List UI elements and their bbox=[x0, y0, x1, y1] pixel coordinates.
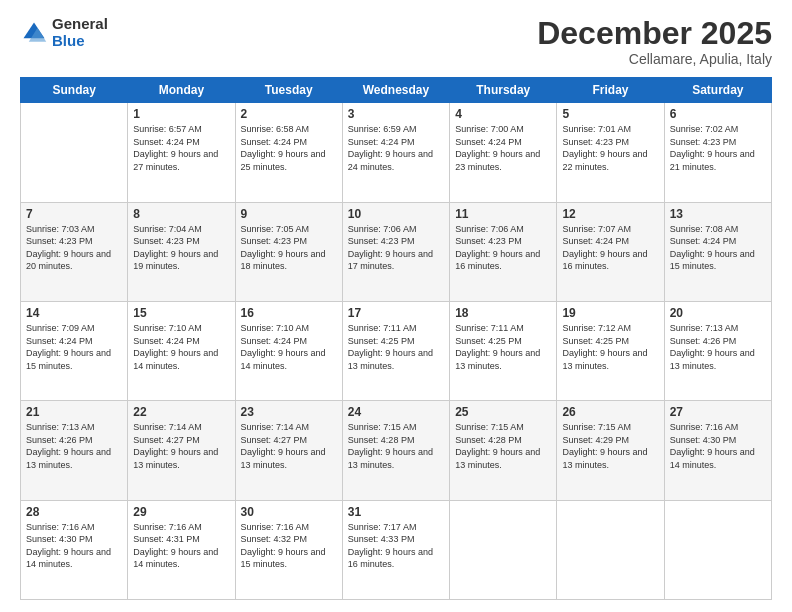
col-wednesday: Wednesday bbox=[342, 78, 449, 103]
day-info: Sunrise: 7:06 AMSunset: 4:23 PMDaylight:… bbox=[348, 223, 444, 273]
day-number: 5 bbox=[562, 107, 658, 121]
calendar-cell: 31Sunrise: 7:17 AMSunset: 4:33 PMDayligh… bbox=[342, 500, 449, 599]
day-number: 22 bbox=[133, 405, 229, 419]
day-number: 24 bbox=[348, 405, 444, 419]
calendar-cell bbox=[557, 500, 664, 599]
day-info: Sunrise: 7:15 AMSunset: 4:28 PMDaylight:… bbox=[455, 421, 551, 471]
calendar-cell: 25Sunrise: 7:15 AMSunset: 4:28 PMDayligh… bbox=[450, 401, 557, 500]
calendar-cell: 19Sunrise: 7:12 AMSunset: 4:25 PMDayligh… bbox=[557, 301, 664, 400]
logo: General Blue bbox=[20, 16, 108, 49]
calendar-week-1: 1Sunrise: 6:57 AMSunset: 4:24 PMDaylight… bbox=[21, 103, 772, 202]
day-number: 27 bbox=[670, 405, 766, 419]
calendar-week-2: 7Sunrise: 7:03 AMSunset: 4:23 PMDaylight… bbox=[21, 202, 772, 301]
day-info: Sunrise: 6:59 AMSunset: 4:24 PMDaylight:… bbox=[348, 123, 444, 173]
calendar-cell: 18Sunrise: 7:11 AMSunset: 4:25 PMDayligh… bbox=[450, 301, 557, 400]
col-thursday: Thursday bbox=[450, 78, 557, 103]
day-info: Sunrise: 7:14 AMSunset: 4:27 PMDaylight:… bbox=[241, 421, 337, 471]
logo-blue: Blue bbox=[52, 33, 108, 50]
day-number: 8 bbox=[133, 207, 229, 221]
calendar-cell: 28Sunrise: 7:16 AMSunset: 4:30 PMDayligh… bbox=[21, 500, 128, 599]
day-number: 4 bbox=[455, 107, 551, 121]
month-title: December 2025 bbox=[537, 16, 772, 51]
day-number: 10 bbox=[348, 207, 444, 221]
calendar-week-3: 14Sunrise: 7:09 AMSunset: 4:24 PMDayligh… bbox=[21, 301, 772, 400]
calendar-cell: 2Sunrise: 6:58 AMSunset: 4:24 PMDaylight… bbox=[235, 103, 342, 202]
col-friday: Friday bbox=[557, 78, 664, 103]
col-saturday: Saturday bbox=[664, 78, 771, 103]
calendar-cell: 16Sunrise: 7:10 AMSunset: 4:24 PMDayligh… bbox=[235, 301, 342, 400]
day-number: 21 bbox=[26, 405, 122, 419]
day-info: Sunrise: 7:10 AMSunset: 4:24 PMDaylight:… bbox=[133, 322, 229, 372]
calendar-cell bbox=[664, 500, 771, 599]
calendar-cell: 12Sunrise: 7:07 AMSunset: 4:24 PMDayligh… bbox=[557, 202, 664, 301]
day-info: Sunrise: 7:16 AMSunset: 4:30 PMDaylight:… bbox=[26, 521, 122, 571]
col-tuesday: Tuesday bbox=[235, 78, 342, 103]
day-number: 14 bbox=[26, 306, 122, 320]
day-info: Sunrise: 7:16 AMSunset: 4:32 PMDaylight:… bbox=[241, 521, 337, 571]
calendar-cell: 1Sunrise: 6:57 AMSunset: 4:24 PMDaylight… bbox=[128, 103, 235, 202]
day-info: Sunrise: 7:14 AMSunset: 4:27 PMDaylight:… bbox=[133, 421, 229, 471]
day-number: 3 bbox=[348, 107, 444, 121]
day-number: 1 bbox=[133, 107, 229, 121]
calendar-cell bbox=[21, 103, 128, 202]
calendar-cell: 17Sunrise: 7:11 AMSunset: 4:25 PMDayligh… bbox=[342, 301, 449, 400]
day-number: 19 bbox=[562, 306, 658, 320]
logo-general: General bbox=[52, 16, 108, 33]
calendar-cell: 13Sunrise: 7:08 AMSunset: 4:24 PMDayligh… bbox=[664, 202, 771, 301]
calendar-cell: 8Sunrise: 7:04 AMSunset: 4:23 PMDaylight… bbox=[128, 202, 235, 301]
calendar-cell: 24Sunrise: 7:15 AMSunset: 4:28 PMDayligh… bbox=[342, 401, 449, 500]
day-info: Sunrise: 7:13 AMSunset: 4:26 PMDaylight:… bbox=[670, 322, 766, 372]
calendar-cell: 7Sunrise: 7:03 AMSunset: 4:23 PMDaylight… bbox=[21, 202, 128, 301]
day-number: 30 bbox=[241, 505, 337, 519]
calendar-cell: 10Sunrise: 7:06 AMSunset: 4:23 PMDayligh… bbox=[342, 202, 449, 301]
calendar-cell: 27Sunrise: 7:16 AMSunset: 4:30 PMDayligh… bbox=[664, 401, 771, 500]
day-info: Sunrise: 6:57 AMSunset: 4:24 PMDaylight:… bbox=[133, 123, 229, 173]
day-number: 28 bbox=[26, 505, 122, 519]
day-number: 12 bbox=[562, 207, 658, 221]
calendar-header-row: Sunday Monday Tuesday Wednesday Thursday… bbox=[21, 78, 772, 103]
day-info: Sunrise: 7:07 AMSunset: 4:24 PMDaylight:… bbox=[562, 223, 658, 273]
day-number: 25 bbox=[455, 405, 551, 419]
calendar-cell: 21Sunrise: 7:13 AMSunset: 4:26 PMDayligh… bbox=[21, 401, 128, 500]
calendar-cell bbox=[450, 500, 557, 599]
col-sunday: Sunday bbox=[21, 78, 128, 103]
day-info: Sunrise: 7:05 AMSunset: 4:23 PMDaylight:… bbox=[241, 223, 337, 273]
day-info: Sunrise: 7:10 AMSunset: 4:24 PMDaylight:… bbox=[241, 322, 337, 372]
day-number: 17 bbox=[348, 306, 444, 320]
day-number: 7 bbox=[26, 207, 122, 221]
calendar-cell: 14Sunrise: 7:09 AMSunset: 4:24 PMDayligh… bbox=[21, 301, 128, 400]
day-number: 20 bbox=[670, 306, 766, 320]
page: General Blue December 2025 Cellamare, Ap… bbox=[0, 0, 792, 612]
day-info: Sunrise: 7:11 AMSunset: 4:25 PMDaylight:… bbox=[455, 322, 551, 372]
calendar-cell: 26Sunrise: 7:15 AMSunset: 4:29 PMDayligh… bbox=[557, 401, 664, 500]
calendar-cell: 22Sunrise: 7:14 AMSunset: 4:27 PMDayligh… bbox=[128, 401, 235, 500]
day-number: 6 bbox=[670, 107, 766, 121]
calendar-cell: 4Sunrise: 7:00 AMSunset: 4:24 PMDaylight… bbox=[450, 103, 557, 202]
day-info: Sunrise: 7:03 AMSunset: 4:23 PMDaylight:… bbox=[26, 223, 122, 273]
day-number: 9 bbox=[241, 207, 337, 221]
day-info: Sunrise: 6:58 AMSunset: 4:24 PMDaylight:… bbox=[241, 123, 337, 173]
calendar-cell: 30Sunrise: 7:16 AMSunset: 4:32 PMDayligh… bbox=[235, 500, 342, 599]
col-monday: Monday bbox=[128, 78, 235, 103]
calendar-cell: 29Sunrise: 7:16 AMSunset: 4:31 PMDayligh… bbox=[128, 500, 235, 599]
title-block: December 2025 Cellamare, Apulia, Italy bbox=[537, 16, 772, 67]
day-number: 11 bbox=[455, 207, 551, 221]
calendar-cell: 5Sunrise: 7:01 AMSunset: 4:23 PMDaylight… bbox=[557, 103, 664, 202]
calendar-cell: 11Sunrise: 7:06 AMSunset: 4:23 PMDayligh… bbox=[450, 202, 557, 301]
calendar-cell: 20Sunrise: 7:13 AMSunset: 4:26 PMDayligh… bbox=[664, 301, 771, 400]
day-number: 26 bbox=[562, 405, 658, 419]
day-number: 29 bbox=[133, 505, 229, 519]
calendar-cell: 23Sunrise: 7:14 AMSunset: 4:27 PMDayligh… bbox=[235, 401, 342, 500]
calendar-cell: 6Sunrise: 7:02 AMSunset: 4:23 PMDaylight… bbox=[664, 103, 771, 202]
day-number: 18 bbox=[455, 306, 551, 320]
calendar-cell: 9Sunrise: 7:05 AMSunset: 4:23 PMDaylight… bbox=[235, 202, 342, 301]
logo-icon bbox=[20, 19, 48, 47]
calendar-week-4: 21Sunrise: 7:13 AMSunset: 4:26 PMDayligh… bbox=[21, 401, 772, 500]
day-info: Sunrise: 7:11 AMSunset: 4:25 PMDaylight:… bbox=[348, 322, 444, 372]
day-number: 2 bbox=[241, 107, 337, 121]
day-number: 15 bbox=[133, 306, 229, 320]
day-info: Sunrise: 7:04 AMSunset: 4:23 PMDaylight:… bbox=[133, 223, 229, 273]
logo-text: General Blue bbox=[52, 16, 108, 49]
day-number: 13 bbox=[670, 207, 766, 221]
day-number: 16 bbox=[241, 306, 337, 320]
